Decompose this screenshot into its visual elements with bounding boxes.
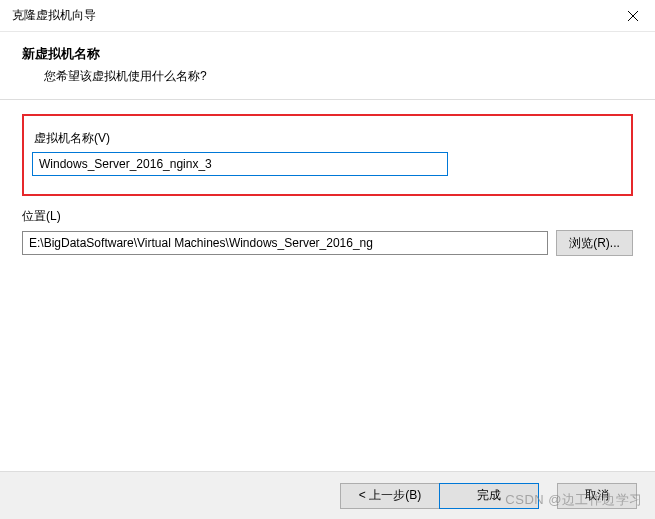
wizard-header: 新虚拟机名称 您希望该虚拟机使用什么名称? <box>0 32 655 99</box>
browse-button[interactable]: 浏览(R)... <box>556 230 633 256</box>
page-title: 新虚拟机名称 <box>22 46 655 63</box>
content-area: 虚拟机名称(V) 位置(L) 浏览(R)... <box>0 114 655 256</box>
window-title: 克隆虚拟机向导 <box>12 7 96 24</box>
location-row: 浏览(R)... <box>22 230 633 256</box>
cancel-button[interactable]: 取消 <box>557 483 637 509</box>
location-section: 位置(L) 浏览(R)... <box>22 208 633 256</box>
close-icon <box>628 11 638 21</box>
vm-name-input[interactable] <box>32 152 448 176</box>
vm-name-label: 虚拟机名称(V) <box>32 130 621 147</box>
close-button[interactable] <box>610 0 655 32</box>
page-subtitle: 您希望该虚拟机使用什么名称? <box>22 68 655 85</box>
location-label: 位置(L) <box>22 208 633 225</box>
finish-button[interactable]: 完成 <box>439 483 539 509</box>
location-input[interactable] <box>22 231 548 255</box>
vm-name-highlight: 虚拟机名称(V) <box>22 114 633 196</box>
header-divider <box>0 99 655 100</box>
wizard-footer: < 上一步(B) 完成 取消 <box>0 471 655 519</box>
titlebar: 克隆虚拟机向导 <box>0 0 655 32</box>
back-button[interactable]: < 上一步(B) <box>340 483 440 509</box>
